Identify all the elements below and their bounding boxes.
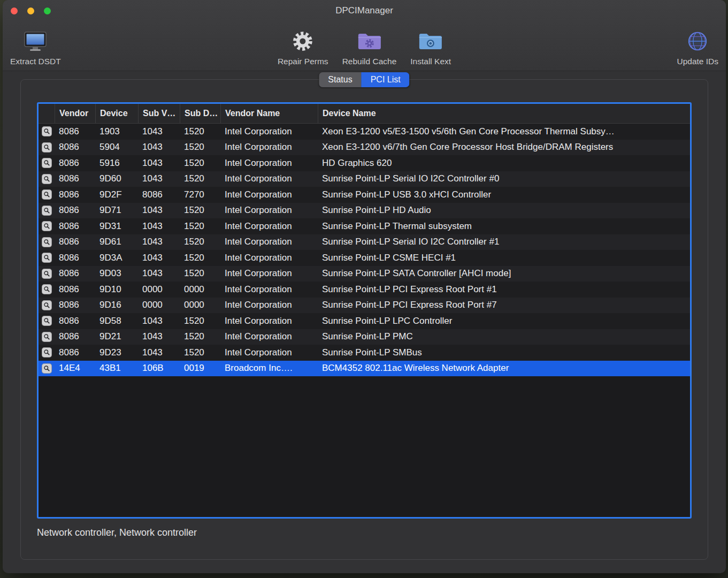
inspect-device-button[interactable]	[42, 316, 52, 326]
column-header-device-name[interactable]: Device Name	[318, 104, 690, 123]
cell-vendor: 8086	[55, 298, 95, 314]
cell-device-name: BCM4352 802.11ac Wireless Network Adapte…	[318, 361, 690, 377]
table-row[interactable]: 8086 9D2F 8086 7270 Intel Corporation Su…	[39, 187, 690, 203]
inspect-device-button[interactable]	[42, 253, 52, 263]
table-row[interactable]: 8086 9D58 1043 1520 Intel Corporation Su…	[39, 313, 690, 329]
status-bar-text: Network controller, Network controller	[37, 527, 708, 538]
cell-vendor: 8086	[55, 266, 95, 282]
minimize-button[interactable]	[27, 7, 34, 14]
cell-vendor-name: Intel Corporation	[220, 155, 318, 171]
cell-sub-device: 7270	[180, 187, 220, 203]
table-row[interactable]: 8086 5916 1043 1520 Intel Corporation HD…	[39, 155, 690, 171]
cell-device: 9D71	[95, 203, 138, 219]
inspect-device-button[interactable]	[42, 347, 52, 358]
cell-sub-device: 1520	[180, 124, 220, 140]
cell-device-name: Sunrise Point-LP SMBus	[318, 345, 690, 361]
cell-sub-device: 1520	[180, 345, 220, 361]
cell-sub-vendor: 1043	[138, 218, 180, 234]
table-row[interactable]: 8086 9D16 0000 0000 Intel Corporation Su…	[39, 298, 690, 314]
inspect-device-button[interactable]	[42, 237, 52, 247]
cell-vendor: 8086	[55, 345, 95, 361]
cell-device: 9D60	[95, 171, 138, 187]
cell-vendor-name: Intel Corporation	[220, 218, 318, 234]
inspect-device-button[interactable]	[42, 126, 52, 136]
column-header-vendor[interactable]: Vendor	[55, 104, 95, 123]
cell-device: 9D31	[95, 218, 138, 234]
view-segmented-control: Status PCI List	[319, 72, 409, 87]
column-header-vendor-name[interactable]: Vendor Name	[220, 104, 318, 123]
close-button[interactable]	[11, 7, 18, 14]
tab-status[interactable]: Status	[319, 72, 361, 87]
inspect-device-button[interactable]	[42, 174, 52, 184]
cell-device-name: Sunrise Point-LP SATA Controller [AHCI m…	[318, 266, 690, 282]
inspect-device-button[interactable]	[42, 221, 52, 231]
inspect-device-button[interactable]	[42, 300, 52, 310]
column-header-device[interactable]: Device	[95, 104, 138, 123]
inspect-device-button[interactable]	[42, 284, 52, 294]
inspect-device-button[interactable]	[42, 206, 52, 216]
inspect-device-button[interactable]	[42, 269, 52, 279]
cell-device: 1903	[95, 124, 138, 140]
inspect-device-button[interactable]	[42, 363, 52, 374]
inspect-device-button[interactable]	[42, 142, 52, 153]
zoom-button[interactable]	[44, 7, 51, 14]
cell-sub-vendor: 1043	[138, 171, 180, 187]
cell-vendor: 8086	[55, 171, 95, 187]
cell-device: 43B1	[95, 361, 138, 377]
inspect-device-button[interactable]	[42, 332, 52, 342]
cell-device-name: Xeon E3-1200 v6/7th Gen Core Processor H…	[318, 140, 690, 156]
table-row[interactable]: 8086 9D3A 1043 1520 Intel Corporation Su…	[39, 250, 690, 266]
table-row[interactable]: 8086 9D61 1043 1520 Intel Corporation Su…	[39, 234, 690, 250]
table-row[interactable]: 8086 9D10 0000 0000 Intel Corporation Su…	[39, 282, 690, 298]
repair-perms-button[interactable]: Repair Perms	[278, 21, 328, 71]
cell-sub-device: 1520	[180, 250, 220, 266]
column-header-sub-device[interactable]: Sub D…	[180, 104, 220, 123]
content-panel: Status PCI List Vendor Device Sub V… Sub…	[20, 79, 708, 560]
cell-device: 9D3A	[95, 250, 138, 266]
cell-sub-device: 1520	[180, 313, 220, 329]
table-row[interactable]: 8086 9D60 1043 1520 Intel Corporation Su…	[39, 171, 690, 187]
inspect-device-button[interactable]	[42, 189, 52, 200]
cell-sub-device: 1520	[180, 329, 220, 345]
cell-device-name: Sunrise Point-LP HD Audio	[318, 203, 690, 219]
cell-sub-vendor: 1043	[138, 250, 180, 266]
cell-vendor: 8086	[55, 203, 95, 219]
extract-dsdt-button[interactable]: Extract DSDT	[10, 21, 61, 71]
cell-sub-vendor: 1043	[138, 345, 180, 361]
window-header: DPCIManager	[3, 0, 726, 71]
table-row[interactable]: 8086 9D23 1043 1520 Intel Corporation Su…	[39, 345, 690, 361]
cell-sub-device: 1520	[180, 155, 220, 171]
install-kext-label: Install Kext	[410, 57, 451, 66]
cell-vendor: 8086	[55, 329, 95, 345]
cell-device: 9D61	[95, 234, 138, 250]
table-row[interactable]: 8086 5904 1043 1520 Intel Corporation Xe…	[39, 140, 690, 156]
table-row[interactable]: 8086 9D03 1043 1520 Intel Corporation Su…	[39, 266, 690, 282]
cell-sub-vendor: 0000	[138, 282, 180, 298]
cell-vendor-name: Intel Corporation	[220, 282, 318, 298]
cell-device: 5916	[95, 155, 138, 171]
install-kext-button[interactable]: Install Kext	[410, 21, 451, 71]
table-row[interactable]: 8086 1903 1043 1520 Intel Corporation Xe…	[39, 124, 690, 140]
gear-icon	[291, 28, 315, 54]
cell-vendor-name: Intel Corporation	[220, 298, 318, 314]
column-header-icon[interactable]	[39, 104, 55, 123]
cell-sub-device: 0019	[180, 361, 220, 377]
column-header-sub-vendor[interactable]: Sub V…	[138, 104, 180, 123]
cell-device-name: Sunrise Point-LP Serial IO I2C Controlle…	[318, 234, 690, 250]
tab-pci-list[interactable]: PCI List	[362, 72, 410, 87]
cell-sub-vendor: 1043	[138, 155, 180, 171]
table-row[interactable]: 8086 9D31 1043 1520 Intel Corporation Su…	[39, 218, 690, 234]
table-row[interactable]: 8086 9D71 1043 1520 Intel Corporation Su…	[39, 203, 690, 219]
inspect-device-button[interactable]	[42, 158, 52, 168]
table-row[interactable]: 8086 9D21 1043 1520 Intel Corporation Su…	[39, 329, 690, 345]
cell-device-name: Sunrise Point-LP Thermal subsystem	[318, 218, 690, 234]
app-window: DPCIManager	[3, 0, 726, 573]
update-ids-button[interactable]: Update IDs	[677, 21, 718, 71]
cell-device: 9D03	[95, 266, 138, 282]
rebuild-cache-button[interactable]: Rebuild Cache	[342, 21, 397, 71]
cell-vendor-name: Intel Corporation	[220, 329, 318, 345]
cell-vendor: 8086	[55, 140, 95, 156]
table-row[interactable]: 14E4 43B1 106B 0019 Broadcom Inc…. BCM43…	[39, 361, 690, 377]
cell-sub-device: 1520	[180, 203, 220, 219]
cell-device-name: Sunrise Point-LP PCI Express Root Port #…	[318, 298, 690, 314]
